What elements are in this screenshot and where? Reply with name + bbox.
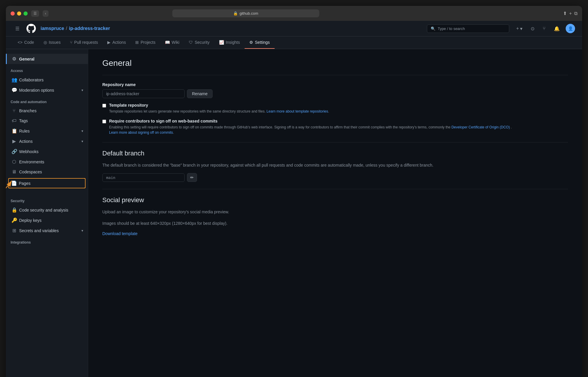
pulls-btn[interactable]: ⑂: [540, 25, 548, 32]
github-topbar: ☰ iamspruce / ip-address-tracker 🔍 Type …: [6, 21, 582, 36]
chevron-down-icon: ▾: [81, 129, 83, 133]
rules-icon: 📋: [11, 128, 17, 134]
sidebar-item-deploy-keys[interactable]: 🔑 Deploy keys: [6, 215, 88, 225]
branches-icon: ⑂: [11, 108, 17, 113]
sidebar-item-moderation[interactable]: 💬 Moderation options ▾: [6, 85, 88, 95]
main-container: ⚙ General Access 👥 Collaborators 💬 Moder…: [6, 49, 582, 377]
tabs-btn[interactable]: ⧉: [574, 11, 577, 16]
template-repo-desc: Template repositories let users generate…: [109, 109, 329, 114]
owner-name[interactable]: iamspruce: [41, 26, 64, 31]
default-branch-heading: Default branch: [102, 150, 568, 157]
wiki-icon: 📖: [165, 40, 170, 45]
sidebar-item-rules[interactable]: 📋 Rules ▾: [6, 126, 88, 136]
tab-security[interactable]: 🛡 Security: [184, 36, 214, 49]
sidebar-item-pages[interactable]: 📄 Pages: [8, 178, 86, 188]
environments-icon: ⬡: [11, 159, 17, 165]
repo-name[interactable]: ip-address-tracker: [69, 26, 110, 31]
moderation-icon: 💬: [11, 87, 17, 93]
close-button[interactable]: [11, 11, 15, 16]
issues-btn[interactable]: ⊙: [528, 25, 537, 33]
sidebar-item-label: Actions: [19, 139, 33, 144]
sidebar-item-actions[interactable]: ▶ Actions ▾: [6, 136, 88, 146]
repo-name-row: Rename: [102, 89, 568, 98]
template-repo-link[interactable]: Learn more about template repositories: [267, 109, 328, 113]
download-template-link[interactable]: Download template: [102, 231, 138, 236]
rename-button[interactable]: Rename: [187, 89, 213, 98]
address-bar[interactable]: 🔒 github.com: [172, 9, 319, 17]
new-tab-btn[interactable]: +: [569, 11, 572, 16]
template-repo-checkbox[interactable]: [102, 104, 106, 108]
sidebar-item-label: Moderation options: [19, 88, 54, 93]
tab-issues[interactable]: ◎ Issues: [39, 36, 65, 49]
tab-actions[interactable]: ▶ Actions: [103, 36, 131, 49]
sidebar-item-codespaces[interactable]: 🖥 Codespaces: [6, 167, 88, 177]
sidebar-item-code-security[interactable]: 🔒 Code security and analysis: [6, 205, 88, 215]
repo-nav: <> Code ◎ Issues ⑂ Pull requests ▶ Actio…: [6, 36, 582, 49]
annotation-arrow: [6, 178, 18, 201]
sidebar-toggle-btn[interactable]: ☰: [31, 10, 39, 17]
insights-icon: 📈: [219, 40, 224, 45]
sidebar-item-label: Code security and analysis: [19, 208, 68, 212]
topbar-actions: + ▾ ⊙ ⑂ 🔔 👤: [514, 24, 575, 33]
sidebar-item-label: Rules: [19, 129, 30, 133]
add-btn[interactable]: + ▾: [514, 25, 525, 33]
repo-path: iamspruce / ip-address-tracker: [41, 26, 110, 31]
repo-name-label: Repository name: [102, 82, 568, 87]
settings-icon: ⚙: [249, 40, 253, 45]
sidebar-item-tags[interactable]: 🏷 Tags: [6, 116, 88, 126]
sidebar-item-webhooks[interactable]: 🔗 Webhooks: [6, 146, 88, 157]
page-title: General: [102, 58, 568, 68]
code-automation-section-label: Code and automation: [6, 95, 88, 106]
divider-social: [102, 189, 568, 189]
maximize-button[interactable]: [24, 11, 28, 16]
repo-name-input[interactable]: [102, 89, 185, 98]
sidebar-item-label: Deploy keys: [19, 218, 41, 223]
sign-off-content: Require contributors to sign off on web-…: [109, 119, 512, 135]
deploy-keys-icon: 🔑: [11, 217, 17, 223]
branch-input-row: ✏: [102, 173, 568, 182]
dco-link[interactable]: Developer Certificate of Origin (DCO): [451, 125, 510, 129]
sign-off-label: Require contributors to sign off on web-…: [109, 119, 512, 123]
chevron-down-icon: ▾: [81, 139, 83, 143]
sidebar-item-label: Tags: [19, 118, 28, 123]
template-repo-content: Template repository Template repositorie…: [109, 103, 329, 114]
sign-off-link[interactable]: Learn more about signing off on commits: [109, 130, 173, 135]
search-placeholder: Type / to search: [438, 26, 465, 31]
tab-insights[interactable]: 📈 Insights: [214, 36, 245, 49]
search-bar[interactable]: 🔍 Type / to search: [427, 24, 509, 33]
sidebar-item-branches[interactable]: ⑂ Branches: [6, 106, 88, 116]
sidebar-item-label: Secrets and variables: [19, 228, 59, 233]
divider-default-branch: [102, 142, 568, 143]
general-icon: ⚙: [11, 56, 17, 62]
sidebar-item-environments[interactable]: ⬡ Environments: [6, 157, 88, 167]
sidebar-item-general[interactable]: ⚙ General: [6, 54, 88, 64]
chevron-down-icon: ▾: [520, 26, 522, 31]
hamburger-icon[interactable]: ☰: [13, 25, 22, 33]
tab-code[interactable]: <> Code: [13, 36, 39, 49]
tab-wiki[interactable]: 📖 Wiki: [160, 36, 184, 49]
tab-pull-requests[interactable]: ⑂ Pull requests: [65, 36, 103, 49]
projects-icon: ⊞: [135, 40, 139, 45]
notifications-btn[interactable]: 🔔: [552, 25, 562, 33]
social-preview-desc2: Images should be at least 640×320px (128…: [102, 220, 568, 227]
back-btn[interactable]: ‹: [43, 10, 49, 17]
sidebar-item-label: Pages: [19, 181, 31, 186]
edit-branch-btn[interactable]: ✏: [187, 173, 197, 182]
sign-off-checkbox[interactable]: [102, 120, 106, 123]
codespaces-icon: 🖥: [11, 169, 17, 175]
chevron-down-icon: ▾: [81, 88, 83, 92]
tab-settings[interactable]: ⚙ Settings: [245, 36, 275, 49]
sidebar-item-collaborators[interactable]: 👥 Collaborators: [6, 75, 88, 85]
avatar[interactable]: 👤: [566, 24, 575, 33]
share-btn[interactable]: ⬆: [563, 11, 567, 16]
actions-icon: ▶: [107, 40, 111, 45]
sidebar-item-label: Environments: [19, 160, 44, 164]
sidebar-item-secrets[interactable]: ⊞ Secrets and variables ▾: [6, 225, 88, 236]
github-logo: [26, 24, 36, 33]
minimize-button[interactable]: [17, 11, 21, 16]
code-icon: <>: [18, 40, 22, 45]
branch-input[interactable]: [102, 173, 185, 182]
tab-projects[interactable]: ⊞ Projects: [131, 36, 160, 49]
social-preview-heading: Social preview: [102, 196, 568, 204]
search-icon: 🔍: [431, 26, 435, 31]
